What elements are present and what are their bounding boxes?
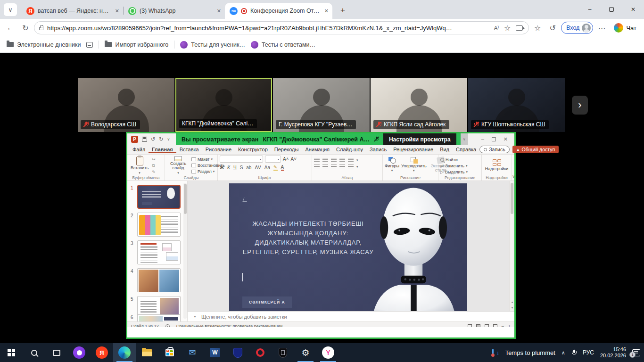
tab-close-icon[interactable]: ✕ (115, 8, 119, 14)
select-button[interactable]: ▷Выделить▾ (440, 170, 468, 174)
reload-button[interactable]: ↻ (19, 21, 32, 34)
ribbon-tab-help[interactable]: Справка (453, 146, 479, 153)
slide-sorter-icon[interactable] (476, 324, 480, 327)
collections-icon[interactable]: ☆ (531, 21, 544, 34)
cut-icon[interactable]: ✂ (152, 157, 156, 162)
font-name-combo[interactable]: ▾ (220, 156, 263, 163)
increase-indent-icon[interactable] (339, 158, 345, 162)
notes-collapse-icon[interactable]: ▼ (193, 315, 197, 318)
bookmark-import-favorites[interactable]: Импорт избранного (105, 41, 168, 48)
game-shield-button[interactable] (226, 343, 249, 362)
arrange-button[interactable]: Упорядочить ▾ (401, 156, 427, 175)
change-case-button[interactable]: Аа (264, 165, 270, 170)
alice-assistant-button[interactable] (68, 343, 91, 362)
video-tile[interactable]: Г. Мусрепова КГУ "Рузаев… (273, 78, 370, 132)
numbering-icon[interactable] (322, 158, 328, 162)
video-tile[interactable]: КГКП Ясли сад Айголек (371, 78, 467, 132)
normal-view-icon[interactable] (468, 324, 472, 327)
mail-button[interactable]: ✉ (181, 343, 204, 362)
slide-thumbnail-4[interactable]: 4 (127, 267, 183, 294)
font-size-combo[interactable]: ▾ (265, 156, 281, 163)
replace-button[interactable]: ⇄Заменить▾ (440, 164, 468, 168)
strikethrough-button[interactable]: S (240, 165, 243, 170)
slide-thumbnail-6[interactable]: 6 (127, 313, 183, 321)
slideshow-icon[interactable] (493, 324, 497, 327)
ribbon-tab-review[interactable]: Рецензирование (390, 146, 437, 153)
lesta-games-button[interactable] (272, 343, 294, 362)
bookmark-electronic-diaries[interactable]: Электронные дневники (7, 41, 81, 48)
addins-button[interactable]: Надстройки (484, 156, 510, 175)
line-spacing-icon[interactable] (348, 158, 354, 162)
slide-thumbnail-2[interactable]: 2 (127, 212, 183, 238)
format-painter-icon[interactable]: ✎ (152, 170, 156, 174)
shadow-button[interactable]: ab (246, 165, 251, 170)
slide-author-label[interactable]: СӘЛІМКЕРЕЙ А (242, 296, 292, 308)
share-button[interactable]: ▲Общий доступ (512, 146, 559, 153)
grow-font-icon[interactable]: A˄ (283, 156, 289, 162)
microsoft-store-button[interactable] (158, 343, 181, 362)
ribbon-tab-record[interactable]: Запись (366, 146, 390, 153)
underline-button[interactable]: Ч (233, 165, 237, 170)
zoom-in-icon[interactable]: + (508, 324, 511, 327)
align-right-icon[interactable] (331, 165, 337, 169)
next-slide-icon[interactable]: ▼ (511, 306, 514, 309)
justify-icon[interactable] (339, 165, 345, 169)
edge-browser-button[interactable] (113, 343, 136, 362)
prev-slide-icon[interactable]: ▲ (511, 301, 514, 304)
tab-search-chevron-icon[interactable]: ∨ (4, 3, 17, 16)
ppt-minimize-icon[interactable]: – (481, 136, 484, 142)
minimize-button[interactable]: – (579, 0, 601, 19)
reading-list-icon[interactable] (86, 42, 93, 48)
language-indicator[interactable]: РУС (583, 349, 594, 356)
view-options-caret-icon[interactable]: ∨ (461, 133, 468, 145)
new-slide-button[interactable]: Создать слайд ▾ (167, 156, 190, 175)
ribbon-tab-view[interactable]: Вид (437, 146, 453, 153)
zoom-out-icon[interactable]: – (502, 324, 504, 327)
copy-icon[interactable]: ⧉ (152, 163, 156, 168)
microphone-tray-icon[interactable] (571, 349, 577, 356)
highlight-button[interactable]: ✎ (273, 165, 277, 171)
find-button[interactable]: Найти (440, 157, 468, 162)
tab-close-icon[interactable]: ✕ (324, 8, 329, 14)
columns-icon[interactable] (348, 165, 354, 169)
signin-button[interactable]: Вход (561, 22, 593, 34)
settings-button[interactable]: ⚙ (294, 343, 317, 362)
word-button[interactable]: W (204, 343, 226, 362)
view-options-button[interactable]: Настройки просмотра (383, 133, 456, 145)
back-button[interactable]: ← (4, 21, 17, 34)
shrink-font-icon[interactable]: A˅ (291, 156, 297, 162)
video-tile-active-speaker[interactable]: КГКП "Дюймовочка" Сәлі… (175, 78, 272, 132)
action-center-icon[interactable]: 1 (632, 349, 640, 356)
qat-chevron-icon[interactable]: ∨ (167, 137, 170, 141)
ribbon-tab-slideshow[interactable]: Слайд-шоу (333, 146, 366, 153)
hidden-icons-chevron[interactable]: ∧ (561, 350, 565, 356)
bookmark-tests-answers[interactable]: Тесты с ответами… (251, 41, 315, 49)
ribbon-tab-transitions[interactable]: Переходы (271, 146, 302, 153)
taskbar-search-button[interactable] (23, 343, 45, 362)
slide-thumbnail-1[interactable]: 1 (127, 184, 183, 210)
opera-button[interactable] (249, 343, 272, 362)
yandex-app-button[interactable]: Я (91, 343, 113, 362)
favorite-star-icon[interactable]: ☆ (503, 21, 512, 34)
ppt-restore-icon[interactable] (492, 137, 496, 141)
slide-thumbnail-3[interactable]: 3 (127, 239, 183, 266)
shapes-button[interactable]: Фигуры ▾ (385, 156, 399, 175)
ppt-close-icon[interactable]: ✕ (504, 136, 508, 142)
ribbon-tab-draw[interactable]: Рисование (202, 146, 235, 153)
ribbon-tab-animations[interactable]: Анимация (302, 146, 333, 153)
task-view-button[interactable] (45, 343, 68, 362)
url-text[interactable]: https://app.zoom.us/wc/82890596652/join?… (47, 25, 490, 32)
decrease-indent-icon[interactable] (331, 158, 337, 162)
ribbon-tab-home[interactable]: Главная (149, 146, 176, 153)
address-bar[interactable]: https://app.zoom.us/wc/82890596652/join?… (34, 21, 529, 34)
bookmark-tests-students[interactable]: Тесты для ученик… (180, 41, 245, 49)
canvas-scrollbar[interactable]: ▲▼ (509, 181, 514, 311)
clock[interactable]: 15:46 20.02.2026 (600, 346, 626, 359)
align-left-icon[interactable] (314, 165, 320, 169)
record-button[interactable]: Запись (479, 146, 509, 153)
slide-canvas[interactable]: ЖАСАНДЫ ИНТЕЛЕКТІ ТӘРБИЕШІ ЖҰМЫСЫНДА ҚОЛ… (188, 181, 514, 311)
next-participants-button[interactable]: › (572, 96, 588, 115)
close-button[interactable]: ✕ (622, 0, 644, 19)
ribbon-tab-insert[interactable]: Вставка (176, 146, 202, 153)
weather-thermometer-icon[interactable] (491, 349, 495, 357)
